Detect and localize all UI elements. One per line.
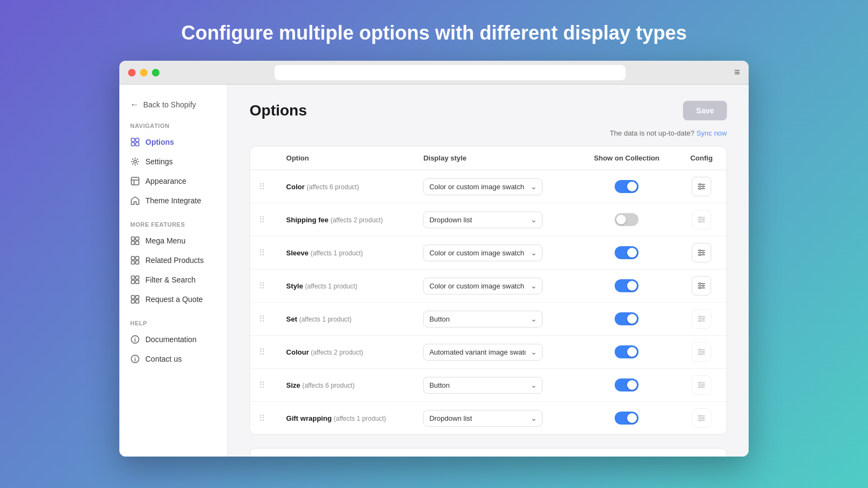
toggle-slider	[615, 412, 639, 425]
minimize-button[interactable]	[140, 69, 148, 76]
svg-rect-13	[136, 261, 139, 264]
collection-toggle[interactable]	[615, 213, 639, 226]
config-button	[692, 309, 711, 329]
close-button[interactable]	[128, 69, 136, 76]
sidebar-appearance-label: Appearance	[145, 177, 187, 185]
collection-toggle[interactable]	[615, 279, 639, 292]
display-style-wrapper: Color or custom image swatchAutomated va…	[423, 311, 542, 328]
svg-rect-7	[136, 237, 139, 240]
option-name: Set	[286, 315, 297, 323]
save-button[interactable]: Save	[683, 101, 727, 120]
back-to-shopify[interactable]: ← Back to Shopify	[119, 95, 227, 118]
appearance-icon	[130, 176, 140, 186]
toggle-slider	[615, 246, 639, 259]
option-name: Shipping fee	[286, 216, 329, 224]
option-name: Style	[286, 282, 303, 290]
config-button[interactable]	[692, 243, 711, 262]
config-cell	[676, 269, 726, 303]
drag-handle-icon[interactable]: ⠿	[259, 281, 265, 291]
drag-handle-icon[interactable]: ⠿	[259, 381, 265, 390]
show-on-collection-cell	[577, 303, 676, 336]
table-row: ⠿Color (affects 6 product) Color or cust…	[250, 170, 726, 203]
svg-point-35	[699, 283, 701, 285]
display-style-wrapper: Color or custom image swatchAutomated va…	[423, 344, 542, 361]
option-affects: (affects 1 product)	[310, 249, 363, 257]
traffic-lights	[128, 69, 159, 76]
collection-toggle[interactable]	[615, 180, 639, 193]
config-cell	[676, 402, 726, 435]
svg-point-49	[699, 420, 701, 421]
sidebar-item-theme-integrate[interactable]: Theme Integrate	[119, 191, 227, 210]
titlebar-menu-icon[interactable]: ≡	[734, 67, 740, 78]
app-window: ≡ ← Back to Shopify NAVIGATION Op	[119, 61, 749, 457]
sync-notice-text: The data is not up-to-date?	[610, 129, 694, 137]
config-button	[692, 210, 711, 229]
drag-handle-icon[interactable]: ⠿	[259, 182, 265, 191]
option-affects: (affects 1 product)	[305, 282, 358, 290]
display-style-select[interactable]: Color or custom image swatchAutomated va…	[423, 311, 542, 328]
config-icon	[697, 348, 706, 356]
hero-title: Configure multiple options with differen…	[0, 0, 868, 61]
collection-toggle[interactable]	[615, 345, 639, 358]
config-icon	[697, 182, 706, 191]
collection-toggle[interactable]	[615, 312, 639, 325]
help-section-label: HELP	[119, 316, 227, 330]
config-button	[692, 375, 711, 395]
page-title: Options	[250, 102, 307, 119]
drag-handle-icon[interactable]: ⠿	[259, 348, 265, 357]
svg-rect-0	[131, 138, 135, 142]
svg-point-43	[699, 354, 701, 355]
maximize-button[interactable]	[152, 69, 159, 76]
sync-now-link[interactable]: Sync now	[697, 129, 727, 137]
col-drag	[250, 146, 278, 170]
display-style-wrapper: Color or custom image swatchAutomated va…	[423, 278, 542, 294]
config-button[interactable]	[692, 276, 711, 296]
svg-point-45	[703, 384, 704, 386]
related-products-icon	[130, 255, 140, 265]
config-icon	[697, 414, 706, 422]
drag-handle-icon[interactable]: ⠿	[259, 414, 265, 423]
sidebar-item-options[interactable]: Options	[119, 132, 227, 152]
collection-toggle[interactable]	[615, 378, 639, 391]
svg-point-46	[699, 387, 701, 388]
display-style-select[interactable]: Color or custom image swatchAutomated va…	[423, 410, 542, 427]
config-button[interactable]	[692, 177, 711, 196]
display-style-select[interactable]: Color or custom image swatchAutomated va…	[423, 178, 542, 195]
sidebar-item-mega-menu[interactable]: Mega Menu	[119, 231, 227, 251]
options-table: Option Display style Show on Collection …	[250, 146, 726, 434]
sidebar-item-related-products[interactable]: Related Products	[119, 251, 227, 270]
drag-handle-icon[interactable]: ⠿	[259, 248, 265, 258]
main-content: Options Save The data is not up-to-date?…	[228, 85, 749, 457]
drag-handle-icon[interactable]: ⠿	[259, 314, 265, 324]
collection-toggle[interactable]	[615, 246, 639, 259]
often-installed-card: Often installed with apps close	[250, 448, 727, 457]
display-style-select[interactable]: Color or custom image swatchAutomated va…	[423, 377, 542, 394]
show-on-collection-cell	[577, 369, 676, 402]
table-row: ⠿Sleeve (affects 1 product) Color or cus…	[250, 236, 726, 269]
svg-rect-2	[131, 143, 135, 146]
sidebar-item-settings[interactable]: Settings	[119, 152, 227, 171]
sidebar-options-label: Options	[145, 138, 174, 146]
config-cell	[676, 369, 726, 402]
display-style-select[interactable]: Color or custom image swatchAutomated va…	[423, 211, 542, 228]
sidebar-item-filter-search[interactable]: Filter & Search	[119, 270, 227, 290]
sidebar-related-products-label: Related Products	[145, 256, 203, 265]
more-features-label: MORE FEATURES	[119, 217, 227, 231]
drag-handle-icon[interactable]: ⠿	[259, 215, 265, 224]
svg-point-29	[699, 217, 701, 219]
titlebar: ≡	[119, 61, 749, 85]
sidebar-item-request-quote[interactable]: Request a Quote	[119, 290, 227, 309]
svg-point-48	[703, 418, 704, 419]
contact-icon	[130, 354, 140, 364]
svg-rect-20	[131, 300, 135, 303]
sidebar-item-contact[interactable]: Contact us	[119, 349, 227, 369]
display-style-select[interactable]: Color or custom image swatchAutomated va…	[423, 245, 542, 261]
display-style-select[interactable]: Color or custom image swatchAutomated va…	[423, 278, 542, 294]
theme-icon	[130, 196, 140, 206]
display-style-wrapper: Color or custom image swatchAutomated va…	[423, 211, 542, 228]
sidebar-item-documentation[interactable]: Documentation	[119, 330, 227, 349]
sidebar-item-appearance[interactable]: Appearance	[119, 171, 227, 191]
collection-toggle[interactable]	[615, 412, 639, 425]
display-style-select[interactable]: Color or custom image swatchAutomated va…	[423, 344, 542, 361]
sidebar-filter-label: Filter & Search	[145, 275, 196, 284]
